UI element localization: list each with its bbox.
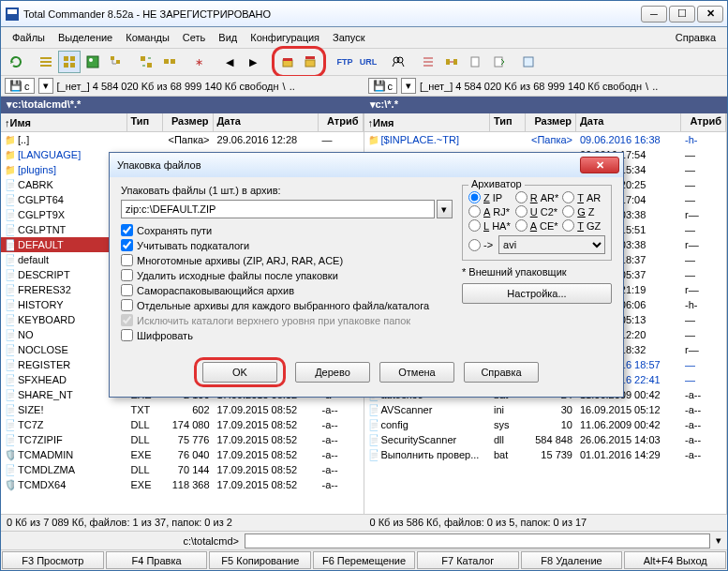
archiver-radio[interactable]: TGZ	[562, 219, 605, 232]
unpack-icon[interactable]	[299, 51, 321, 73]
minimize-button[interactable]: ─	[641, 6, 667, 23]
notepad-icon[interactable]	[517, 51, 540, 73]
swap-icon[interactable]	[135, 51, 157, 73]
menu-view[interactable]: Вид	[213, 30, 243, 45]
select-icon[interactable]: ∗	[188, 51, 211, 73]
menu-selection[interactable]: Выделение	[52, 30, 118, 45]
fn-button[interactable]: F7 Каталог	[417, 551, 519, 569]
close-button[interactable]: ✕	[697, 6, 723, 23]
archiver-radio[interactable]: TAR	[562, 191, 605, 203]
checkbox-option[interactable]: Шифровать	[121, 329, 453, 341]
menu-help[interactable]: Справка	[670, 30, 721, 45]
multirename-icon[interactable]	[417, 51, 439, 73]
col-type[interactable]: Тип	[490, 113, 526, 131]
archiver-radio[interactable]: ACE*	[515, 219, 559, 232]
table-row[interactable]: 📄TC7ZDLL174 08017.09.2015 08:52-a--	[1, 417, 364, 432]
checkbox-option[interactable]: Самораспаковывающийся архив	[121, 284, 453, 296]
maximize-button[interactable]: ☐	[669, 6, 695, 23]
col-size[interactable]: Размер	[163, 113, 214, 131]
col-attr[interactable]: Атриб	[319, 113, 364, 131]
table-row[interactable]: 🛡️TCMADMINEXE76 04017.09.2015 08:52-a--	[1, 447, 364, 462]
col-size[interactable]: Размер	[526, 113, 576, 131]
archiver-radio[interactable]: LHA*	[468, 219, 512, 232]
col-name[interactable]: ↑Имя	[364, 113, 491, 131]
svg-rect-14	[147, 63, 152, 68]
sync-icon[interactable]	[440, 51, 463, 73]
forward-icon[interactable]: ▶	[242, 51, 264, 73]
view-list-icon[interactable]	[35, 51, 57, 73]
fn-button[interactable]: F8 Удаление	[521, 551, 623, 569]
back-icon[interactable]: ◀	[218, 51, 241, 73]
tree-button[interactable]: Дерево	[295, 362, 370, 383]
cancel-button[interactable]: Отмена	[379, 362, 454, 383]
print-icon[interactable]	[487, 51, 510, 73]
fn-button[interactable]: Alt+F4 Выход	[624, 551, 726, 569]
table-row[interactable]: 📄TCMDLZMADLL70 14417.09.2015 08:52-a--	[1, 462, 364, 477]
right-drive-dropdown[interactable]: ▾	[401, 78, 416, 94]
fn-button[interactable]: F3 Просмотр	[2, 551, 104, 569]
col-date[interactable]: Дата	[214, 113, 319, 131]
fn-button[interactable]: F5 Копирование	[209, 551, 311, 569]
view-thumb-icon[interactable]	[82, 51, 104, 73]
checkbox-option[interactable]: Многотомные архивы (ZIP, ARJ, RAR, ACE)	[121, 254, 453, 266]
table-row[interactable]: 📁[$INPLACE.~TR]<Папка>09.06.2016 16:38-h…	[364, 132, 727, 147]
archiver-radio[interactable]: ARJ*	[468, 205, 512, 218]
archiver-radio[interactable]: UC2*	[515, 205, 559, 218]
checkbox-option[interactable]: Сохранять пути	[121, 224, 453, 236]
table-row[interactable]: 📄SecurityScannerdll584 84826.06.2015 14:…	[364, 432, 727, 447]
left-drive-button[interactable]: 💾 c	[5, 78, 35, 94]
table-row[interactable]: 📁[..]<Папка>29.06.2016 12:28—	[1, 132, 364, 147]
checkbox-option[interactable]: Удалить исходные файлы после упаковки	[121, 269, 453, 281]
left-up-button[interactable]: ..	[290, 81, 295, 92]
checkbox-option[interactable]: Учитывать подкаталоги	[121, 239, 453, 251]
view-brief-icon[interactable]	[58, 51, 81, 73]
archiver-radio[interactable]: GZ	[562, 205, 605, 218]
menu-config[interactable]: Конфигурация	[245, 30, 325, 45]
table-row[interactable]: 🛡️TCMDX64EXE118 36817.09.2015 08:52-a--	[1, 477, 364, 492]
col-date[interactable]: Дата	[576, 113, 681, 131]
equal-icon[interactable]	[158, 51, 181, 73]
refresh-icon[interactable]	[5, 51, 27, 73]
view-tree-icon[interactable]	[105, 51, 127, 73]
table-row[interactable]: 📄AVScannerini3016.09.2015 05:12-a--	[364, 402, 727, 417]
cmdline-dropdown[interactable]: ▾	[710, 534, 727, 547]
archive-name-dropdown[interactable]: ▾	[437, 200, 453, 218]
copy-names-icon[interactable]	[464, 51, 486, 73]
plugin-select[interactable]: avi	[498, 235, 605, 254]
ok-button[interactable]: OK	[202, 362, 277, 383]
ftp-icon[interactable]: FTP	[334, 51, 356, 73]
left-path[interactable]: ▾c:\totalcmd\*.*	[1, 97, 364, 113]
fn-button[interactable]: F4 Правка	[106, 551, 208, 569]
checkbox-option: Исключить каталоги верхнего уровня при у…	[121, 314, 453, 326]
checkbox-option[interactable]: Отдельные архивы для каждого выбранного …	[121, 299, 453, 311]
help-button[interactable]: Справка	[464, 362, 539, 383]
fn-button[interactable]: F6 Перемещение	[313, 551, 415, 569]
right-up-button[interactable]: ..	[652, 81, 658, 92]
right-root-button[interactable]: \	[646, 81, 648, 92]
url-icon[interactable]: URL	[357, 51, 379, 73]
archiver-radio[interactable]: ZIP	[468, 191, 512, 203]
archiver-radio[interactable]: RAR*	[515, 191, 559, 203]
archive-name-input[interactable]	[121, 200, 435, 218]
right-drive-button[interactable]: 💾 c	[368, 78, 398, 94]
col-type[interactable]: Тип	[127, 113, 163, 131]
menu-commands[interactable]: Команды	[120, 30, 175, 45]
settings-button[interactable]: Настройка...	[462, 283, 612, 304]
table-row[interactable]: 📄Выполнить провер...bat15 73901.01.2016 …	[364, 447, 727, 462]
menu-files[interactable]: Файлы	[7, 30, 51, 45]
pack-icon[interactable]	[276, 51, 299, 73]
right-path[interactable]: ▾c:\*.*	[364, 97, 728, 113]
left-drive-dropdown[interactable]: ▾	[38, 78, 53, 94]
plugin-radio[interactable]: ->	[468, 239, 493, 251]
table-row[interactable]: 📄configsys1011.06.2009 00:42-a--	[364, 417, 727, 432]
left-root-button[interactable]: \	[283, 81, 286, 92]
menu-net[interactable]: Сеть	[177, 30, 211, 45]
dialog-close-button[interactable]: ✕	[580, 157, 619, 173]
col-name[interactable]: ↑Имя	[1, 113, 127, 131]
search-icon[interactable]	[387, 51, 409, 73]
col-attr[interactable]: Атриб	[681, 113, 726, 131]
menu-start[interactable]: Запуск	[327, 30, 370, 45]
table-row[interactable]: 📄SIZE!TXT60217.09.2015 08:52-a--	[1, 402, 364, 417]
table-row[interactable]: 📄TC7ZIPIFDLL75 77617.09.2015 08:52-a--	[1, 432, 364, 447]
cmdline-input[interactable]	[245, 533, 710, 548]
